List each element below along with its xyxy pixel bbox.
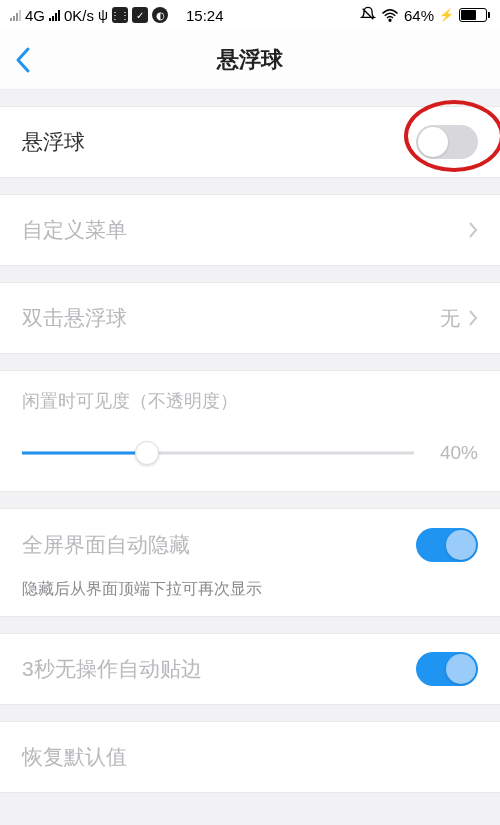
battery-percent: 64% [404, 7, 434, 24]
wifi-icon [381, 8, 399, 22]
usb-icon: ψ [98, 7, 108, 23]
network-type: 4G [25, 7, 45, 24]
auto-hide-subtext: 隐藏后从界面顶端下拉可再次显示 [0, 579, 500, 617]
status-left: 4G 0K/s ψ ⋮⋮ ✓ ◐ 15:24 [10, 7, 224, 24]
chevron-right-icon [468, 221, 478, 239]
chevron-left-icon [14, 45, 32, 75]
double-tap-label: 双击悬浮球 [22, 304, 127, 332]
silent-icon [360, 6, 376, 25]
floatball-toggle[interactable] [416, 125, 478, 159]
row-reset-defaults[interactable]: 恢复默认值 [0, 721, 500, 793]
nav-header: 悬浮球 [0, 30, 500, 90]
back-button[interactable] [14, 45, 32, 75]
auto-edge-label: 3秒无操作自动贴边 [22, 655, 202, 683]
status-bar: 4G 0K/s ψ ⋮⋮ ✓ ◐ 15:24 64% ⚡ [0, 0, 500, 30]
auto-hide-toggle[interactable] [416, 528, 478, 562]
row-auto-edge: 3秒无操作自动贴边 [0, 633, 500, 705]
battery-icon [459, 8, 490, 22]
row-custom-menu[interactable]: 自定义菜单 [0, 194, 500, 266]
status-check-icon: ✓ [132, 7, 148, 23]
double-tap-value: 无 [440, 305, 460, 332]
chevron-right-icon [468, 309, 478, 327]
status-indicator-icon: ⋮⋮ [112, 7, 128, 23]
status-right: 64% ⚡ [360, 6, 490, 25]
floatball-label: 悬浮球 [22, 128, 85, 156]
data-rate: 0K/s [64, 7, 94, 24]
svg-point-0 [389, 19, 391, 21]
opacity-caption: 闲置时可见度（不透明度） [22, 389, 478, 413]
charging-icon: ⚡ [439, 8, 454, 22]
status-leaf-icon: ◐ [152, 7, 168, 23]
page-title: 悬浮球 [217, 45, 283, 75]
auto-hide-label: 全屏界面自动隐藏 [22, 531, 190, 559]
clock-time: 15:24 [186, 7, 224, 24]
row-double-tap[interactable]: 双击悬浮球 无 [0, 282, 500, 354]
opacity-value: 40% [432, 442, 478, 464]
row-auto-hide: 全屏界面自动隐藏 [0, 508, 500, 580]
auto-edge-toggle[interactable] [416, 652, 478, 686]
reset-label: 恢复默认值 [22, 743, 127, 771]
opacity-slider[interactable] [22, 441, 414, 465]
custom-menu-label: 自定义菜单 [22, 216, 127, 244]
row-floatball: 悬浮球 [0, 106, 500, 178]
signal-strength-icon [10, 9, 21, 21]
signal-bars-icon [49, 9, 60, 21]
row-opacity: 闲置时可见度（不透明度） 40% [0, 370, 500, 492]
